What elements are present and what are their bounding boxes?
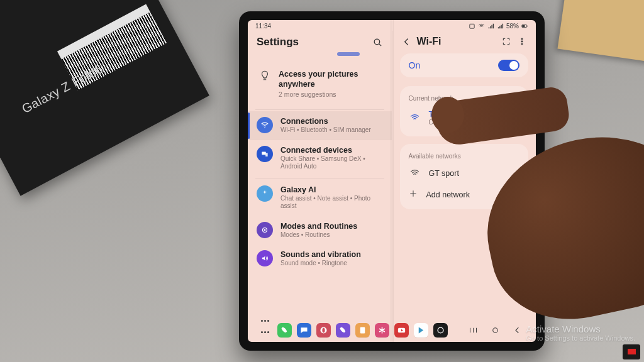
- settings-item-title: Galaxy AI: [280, 185, 383, 194]
- status-time: 11:34: [255, 23, 271, 30]
- status-signal-icon: [487, 23, 494, 30]
- wifi-detail-pane: Wi-Fi On Current network: [392, 31, 536, 342]
- routines-icon: [257, 222, 273, 238]
- suggestion-title: Access your pictures anywhere: [279, 70, 380, 89]
- settings-item-subtitle: Wi-Fi • Bluetooth • SIM manager: [280, 126, 371, 134]
- svg-rect-0: [470, 24, 474, 28]
- settings-list: Connections Wi-Fi • Bluetooth • SIM mana…: [248, 111, 392, 273]
- svg-rect-2: [522, 25, 525, 27]
- current-network-block: Current network Tenda_B73FF0 Connected: [400, 86, 529, 136]
- device-frame: 11:34 58% Settings: [239, 11, 545, 351]
- wifi-icon: [409, 168, 421, 178]
- watermark-line1: Activate Windows: [526, 324, 635, 334]
- dock-app-play[interactable]: [414, 323, 428, 337]
- settings-title: Settings: [257, 36, 299, 48]
- settings-item-connected-devices[interactable]: Connected devices Quick Share • Samsung …: [248, 140, 392, 177]
- settings-item-subtitle: Modes • Routines: [280, 231, 357, 239]
- current-network-status: Connected: [429, 119, 482, 126]
- settings-item-title: Sounds and vibration: [280, 250, 361, 259]
- nav-back[interactable]: [509, 326, 525, 335]
- svg-point-9: [264, 229, 266, 231]
- divider: [255, 109, 384, 110]
- dock-app-notes[interactable]: [355, 323, 370, 337]
- divider: [255, 178, 384, 178]
- available-network-ssid: GT sport: [429, 169, 459, 178]
- account-pill[interactable]: [337, 52, 360, 56]
- available-networks-block: Available networks GT sport Add network: [400, 144, 529, 209]
- status-battery-icon: [521, 23, 528, 30]
- wifi-toggle[interactable]: [498, 60, 519, 71]
- dock-app-viber[interactable]: [336, 323, 350, 337]
- settings-item-subtitle: Quick Share • Samsung DeX • Android Auto: [280, 155, 383, 171]
- nav-recents[interactable]: [465, 326, 480, 335]
- svg-rect-7: [265, 153, 268, 156]
- wifi-icon: [409, 112, 421, 123]
- svg-point-17: [438, 327, 443, 333]
- dock-app-phone[interactable]: [277, 323, 292, 337]
- suggestion-card[interactable]: Access your pictures anywhere 2 more sug…: [255, 63, 384, 104]
- svg-rect-3: [527, 26, 528, 27]
- dock-app-youtube[interactable]: [394, 323, 409, 337]
- settings-item-sounds-and-vibration[interactable]: Sounds and vibration Sound mode • Ringto…: [248, 244, 392, 273]
- svg-point-14: [323, 328, 325, 333]
- dock-app-opera[interactable]: [316, 323, 331, 337]
- more-icon[interactable]: [516, 36, 527, 47]
- svg-point-18: [492, 328, 497, 333]
- watermark-line2: Go to Settings to activate Windows.: [526, 334, 635, 342]
- dock-app-asterisk[interactable]: [375, 323, 389, 337]
- svg-point-12: [521, 43, 523, 45]
- nav-home[interactable]: [487, 326, 502, 335]
- wifi-icon: [257, 117, 273, 133]
- current-network-row[interactable]: Tenda_B73FF0 Connected: [408, 106, 521, 130]
- available-network-row[interactable]: GT sport: [408, 163, 521, 183]
- status-wifi-icon: [478, 23, 485, 30]
- devices-icon: [257, 146, 273, 162]
- settings-item-galaxy-ai[interactable]: Galaxy AI Chat assist • Note assist • Ph…: [248, 180, 392, 216]
- windows-watermark: Activate Windows Go to Settings to activ…: [526, 324, 635, 342]
- add-network-row[interactable]: Add network: [408, 183, 521, 203]
- plus-icon: [409, 189, 418, 200]
- add-network-label: Add network: [426, 190, 470, 199]
- screen-fold-crease: [391, 20, 394, 342]
- svg-point-4: [374, 39, 380, 45]
- svg-point-10: [521, 38, 523, 40]
- sparkle-icon: [257, 185, 273, 202]
- settings-item-title: Modes and Routines: [280, 222, 357, 231]
- settings-item-connections[interactable]: Connections Wi-Fi • Bluetooth • SIM mana…: [248, 111, 392, 140]
- search-icon[interactable]: [372, 37, 383, 48]
- lightbulb-icon: [259, 70, 271, 81]
- wifi-on-label: On: [409, 60, 499, 70]
- device-screen: 11:34 58% Settings: [248, 20, 536, 342]
- svg-rect-15: [360, 327, 365, 334]
- settings-item-subtitle: Chat assist • Note assist • Photo assist: [280, 195, 383, 211]
- dock-app-messages[interactable]: [297, 323, 311, 337]
- current-network-label: Current network: [408, 92, 521, 106]
- settings-item-modes-and-routines[interactable]: Modes and Routines Modes • Routines: [248, 216, 392, 245]
- settings-item-title: Connected devices: [280, 146, 383, 155]
- channel-logo: [623, 344, 640, 359]
- current-network-ssid: Tenda_B73FF0: [429, 110, 482, 119]
- back-icon[interactable]: [401, 36, 412, 47]
- suggestion-subtitle: 2 more suggestions: [279, 90, 380, 98]
- dock-app-circle[interactable]: [433, 323, 448, 337]
- svg-rect-6: [262, 151, 265, 155]
- svg-point-5: [264, 128, 265, 129]
- sound-icon: [257, 250, 273, 266]
- status-signal2-icon: [497, 23, 504, 30]
- settings-master-pane: Settings Access your pictures anywhere 2…: [248, 31, 392, 342]
- status-calendar-icon: [469, 23, 475, 30]
- status-battery-text: 58%: [506, 23, 519, 30]
- settings-item-subtitle: Sound mode • Ringtone: [280, 260, 361, 268]
- wifi-title: Wi-Fi: [417, 36, 441, 47]
- qr-scan-icon[interactable]: [501, 36, 511, 47]
- available-networks-label: Available networks: [408, 150, 521, 163]
- svg-point-11: [521, 41, 523, 42]
- wifi-toggle-row[interactable]: On: [400, 53, 529, 77]
- app-drawer-icon[interactable]: [259, 323, 270, 337]
- settings-item-title: Connections: [280, 117, 371, 126]
